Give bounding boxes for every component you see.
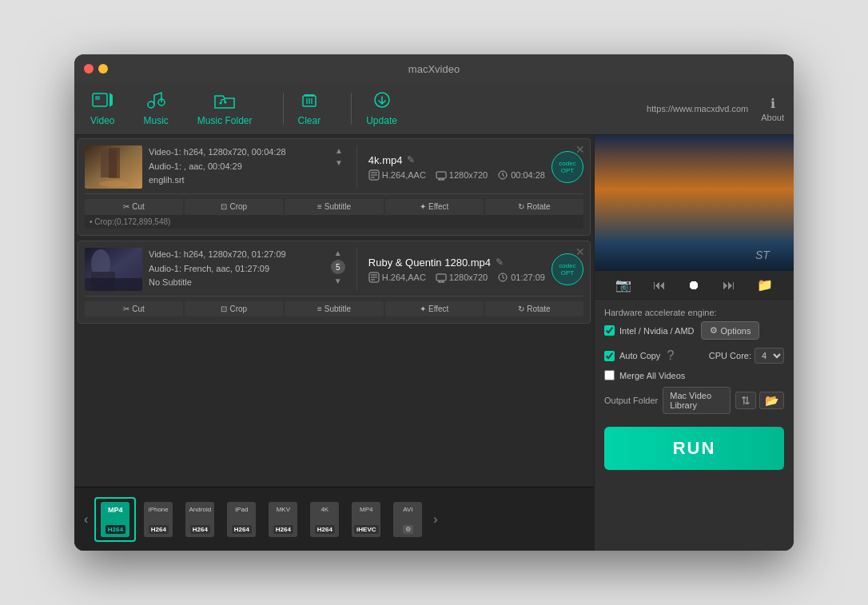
folder-buttons: ⇅ 📂 xyxy=(735,392,784,409)
skip-back-icon[interactable]: ⏮ xyxy=(653,278,666,293)
file-item-2: ✕ xyxy=(78,241,591,324)
auto-copy-row: Auto Copy ? CPU Core: 4 2 8 xyxy=(604,348,784,364)
effect-button-2[interactable]: ✦ Effect xyxy=(385,301,484,316)
format-prev-button[interactable]: ‹ xyxy=(81,509,91,530)
rotate-button-1[interactable]: ↻ Rotate xyxy=(485,199,583,214)
arrow-up-2[interactable]: ▲ xyxy=(331,248,345,258)
music-button[interactable]: Music xyxy=(137,88,174,129)
format-icon-mp4-hevc: MP4 iHEVC xyxy=(352,502,380,537)
options-button[interactable]: ⚙ Options xyxy=(701,321,760,340)
subtitle-button-1[interactable]: ≡ Subtitle xyxy=(285,199,383,214)
output-name-2: Ruby & Quentin 1280.mp4 xyxy=(368,257,491,269)
auto-copy-label[interactable]: Auto Copy xyxy=(604,351,660,361)
folder-swap-button[interactable]: ⇅ xyxy=(735,392,756,409)
resolution-1: 1280x720 xyxy=(436,169,488,181)
toolbar-separator xyxy=(283,93,284,125)
app-window: macXvideo Video Music xyxy=(74,54,794,551)
codec-1: H.264,AAC xyxy=(368,169,426,181)
camera-icon[interactable]: 📷 xyxy=(615,277,631,293)
close-file-1-button[interactable]: ✕ xyxy=(575,144,585,155)
file-actions-2: ✂ Cut ⊡ Crop ≡ Subtitle ✦ Effect ↻ Rotat… xyxy=(85,296,583,316)
left-panel: ✕ xyxy=(74,135,594,551)
gear-icon: ⚙ xyxy=(710,325,718,336)
auto-copy-checkbox[interactable] xyxy=(604,351,615,361)
format-next-button[interactable]: › xyxy=(430,509,440,530)
about-button[interactable]: ℹ About xyxy=(761,96,784,122)
format-icon-4k: 4K H264 xyxy=(310,502,339,537)
output-meta-1: H.264,AAC 1280x720 00:04:28 xyxy=(368,169,545,181)
duration-1: 00:04:28 xyxy=(497,169,545,181)
hardware-options-row: Intel / Nvidia / AMD ⚙ Options xyxy=(604,321,784,340)
cut-button-1[interactable]: ✂ Cut xyxy=(85,199,183,214)
file-info-1: Video-1: h264, 1280x720, 00:04:28 Audio-… xyxy=(149,145,323,189)
codec-opt-2[interactable]: codec OPT xyxy=(551,253,583,285)
output-meta-2: H.264,AAC 1280x720 01:27:09 xyxy=(368,272,545,283)
main-content: ✕ xyxy=(74,135,794,551)
settings-panel: Hardware accelerate engine: Intel / Nvid… xyxy=(595,300,794,551)
website-link[interactable]: https://www.macxdvd.com xyxy=(647,104,748,113)
intel-checkbox-label[interactable]: Intel / Nvidia / AMD xyxy=(604,325,695,336)
about-icon: ℹ xyxy=(770,96,775,111)
preview-controls: 📷 ⏮ ⏺ ⏭ 📁 xyxy=(595,271,794,300)
file-arrows-2: ▲ 5 ▼ xyxy=(331,248,345,291)
file-item-row: Video-1: h264, 1280x720, 00:04:28 Audio-… xyxy=(85,145,583,189)
codec-opt-1[interactable]: codec OPT xyxy=(551,151,583,183)
arrow-up-1[interactable]: ▲ xyxy=(332,145,345,156)
music-folder-button[interactable]: Music Folder xyxy=(191,88,259,129)
format-icon-mp4: MP4 H264 xyxy=(101,502,129,537)
open-folder-icon[interactable]: 📁 xyxy=(757,277,773,293)
format-4k[interactable]: 4K H264 xyxy=(305,499,344,540)
crop-button-2[interactable]: ⊡ Crop xyxy=(185,301,283,316)
thumb-image-2 xyxy=(85,248,142,291)
merge-checkbox[interactable] xyxy=(604,370,615,380)
format-mkv[interactable]: MKV H264 xyxy=(264,499,302,540)
svg-marker-1 xyxy=(109,93,113,107)
cut-button-2[interactable]: ✂ Cut xyxy=(85,301,183,316)
music-icon xyxy=(145,91,166,113)
hardware-label: Hardware accelerate engine: xyxy=(604,308,784,317)
format-mp4-ihevc[interactable]: MP4 iHEVC xyxy=(347,499,385,540)
close-traffic-light[interactable] xyxy=(84,64,94,74)
file-arrows-1: ▲ ▼ xyxy=(332,145,345,189)
format-ipad[interactable]: iPad H264 xyxy=(222,499,261,540)
edit-output-1-icon[interactable]: ✎ xyxy=(407,154,415,165)
file-thumbnail-1 xyxy=(85,145,142,189)
clear-button[interactable]: Clear xyxy=(292,88,328,129)
format-icon-mkv: MKV H264 xyxy=(269,502,297,537)
music-folder-icon xyxy=(213,91,236,113)
folder-open-button[interactable]: 📂 xyxy=(759,392,784,409)
edit-output-2-icon[interactable]: ✎ xyxy=(496,257,504,268)
update-button[interactable]: Update xyxy=(360,88,404,129)
merge-row: Merge All Videos xyxy=(604,370,784,380)
video-icon xyxy=(92,91,113,113)
effect-button-1[interactable]: ✦ Effect xyxy=(385,199,484,214)
file-left-2 xyxy=(85,248,142,291)
close-file-2-button[interactable]: ✕ xyxy=(575,246,585,257)
arrow-down-2[interactable]: ▼ xyxy=(331,276,345,286)
cpu-core-dropdown[interactable]: 4 2 8 xyxy=(755,348,784,364)
format-android[interactable]: Android H264 xyxy=(181,499,219,540)
format-avi[interactable]: AVI ⚙ xyxy=(388,499,427,540)
run-button[interactable]: RUN xyxy=(604,427,784,470)
format-iphone[interactable]: iPhone H264 xyxy=(139,499,177,540)
file-right-2: Ruby & Quentin 1280.mp4 ✎ H.264,AAC xyxy=(368,248,583,291)
skip-forward-icon[interactable]: ⏭ xyxy=(723,278,735,293)
play-stop-icon[interactable]: ⏺ xyxy=(687,278,700,293)
svg-text:ST: ST xyxy=(755,249,770,261)
format-mp4-h264[interactable]: MP4 H264 xyxy=(94,497,136,542)
preview-watermark: ST xyxy=(755,246,787,265)
file-item-row-2: Video-1: h264, 1280x720, 01:27:09 Audio-… xyxy=(85,248,583,291)
crop-button-1[interactable]: ⊡ Crop xyxy=(185,199,283,214)
video-button[interactable]: Video xyxy=(84,88,121,129)
help-icon[interactable]: ? xyxy=(667,348,674,363)
file-center-2: Video-1: h264, 1280x720, 01:27:09 Audio-… xyxy=(149,248,321,291)
rotate-button-2[interactable]: ↻ Rotate xyxy=(485,301,583,316)
intel-checkbox[interactable] xyxy=(604,325,615,336)
arrow-down-1[interactable]: ▼ xyxy=(332,157,345,168)
format-icon-ipad: iPad H264 xyxy=(227,502,256,537)
subtitle-button-2[interactable]: ≡ Subtitle xyxy=(285,301,383,316)
minimize-traffic-light[interactable] xyxy=(98,64,108,74)
merge-label[interactable]: Merge All Videos xyxy=(604,370,685,380)
divider-1 xyxy=(356,145,357,189)
file-center-1: Video-1: h264, 1280x720, 00:04:28 Audio-… xyxy=(149,145,323,189)
